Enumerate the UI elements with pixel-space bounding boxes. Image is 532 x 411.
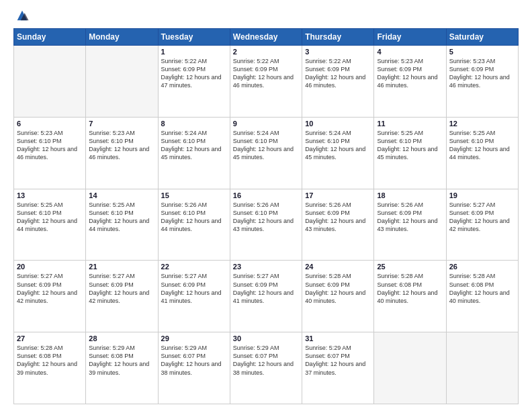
day-number: 11 <box>377 120 443 128</box>
calendar-cell: 31Sunrise: 5:29 AM Sunset: 6:07 PM Dayli… <box>302 332 374 404</box>
day-info: Sunrise: 5:27 AM Sunset: 6:09 PM Dayligh… <box>449 201 515 234</box>
weekday-header-monday: Monday <box>86 29 158 46</box>
day-info: Sunrise: 5:25 AM Sunset: 6:10 PM Dayligh… <box>449 129 515 162</box>
calendar-cell: 1Sunrise: 5:22 AM Sunset: 6:09 PM Daylig… <box>158 46 230 118</box>
day-number: 2 <box>233 48 299 56</box>
calendar-cell: 5Sunrise: 5:23 AM Sunset: 6:09 PM Daylig… <box>446 46 518 118</box>
day-number: 18 <box>377 191 443 199</box>
calendar-cell: 4Sunrise: 5:23 AM Sunset: 6:09 PM Daylig… <box>374 46 446 118</box>
logo-icon <box>15 8 30 23</box>
calendar-cell: 25Sunrise: 5:28 AM Sunset: 6:08 PM Dayli… <box>374 261 446 332</box>
day-info: Sunrise: 5:26 AM Sunset: 6:10 PM Dayligh… <box>161 201 227 234</box>
calendar-cell <box>14 46 86 118</box>
calendar-cell: 29Sunrise: 5:29 AM Sunset: 6:07 PM Dayli… <box>158 332 230 404</box>
calendar-cell: 2Sunrise: 5:22 AM Sunset: 6:09 PM Daylig… <box>230 46 302 118</box>
logo <box>13 11 30 23</box>
day-number: 20 <box>17 263 83 271</box>
day-number: 14 <box>89 191 154 199</box>
calendar-cell: 12Sunrise: 5:25 AM Sunset: 6:10 PM Dayli… <box>446 117 518 189</box>
day-number: 28 <box>89 334 154 342</box>
day-info: Sunrise: 5:29 AM Sunset: 6:07 PM Dayligh… <box>305 344 371 377</box>
calendar-week-row: 27Sunrise: 5:28 AM Sunset: 6:08 PM Dayli… <box>14 332 519 404</box>
calendar-cell: 10Sunrise: 5:24 AM Sunset: 6:10 PM Dayli… <box>302 117 374 189</box>
day-info: Sunrise: 5:26 AM Sunset: 6:09 PM Dayligh… <box>377 201 443 234</box>
calendar-cell <box>446 332 518 404</box>
calendar-cell: 22Sunrise: 5:27 AM Sunset: 6:09 PM Dayli… <box>158 261 230 332</box>
day-number: 4 <box>377 48 443 56</box>
day-info: Sunrise: 5:28 AM Sunset: 6:08 PM Dayligh… <box>377 272 443 305</box>
day-info: Sunrise: 5:25 AM Sunset: 6:10 PM Dayligh… <box>17 201 83 234</box>
day-info: Sunrise: 5:25 AM Sunset: 6:10 PM Dayligh… <box>89 201 154 234</box>
day-info: Sunrise: 5:25 AM Sunset: 6:10 PM Dayligh… <box>377 129 443 162</box>
day-info: Sunrise: 5:23 AM Sunset: 6:10 PM Dayligh… <box>17 129 83 162</box>
calendar-cell: 17Sunrise: 5:26 AM Sunset: 6:09 PM Dayli… <box>302 189 374 261</box>
day-info: Sunrise: 5:27 AM Sunset: 6:09 PM Dayligh… <box>233 272 299 305</box>
day-info: Sunrise: 5:24 AM Sunset: 6:10 PM Dayligh… <box>305 129 371 162</box>
day-number: 26 <box>449 263 515 271</box>
day-number: 21 <box>89 263 154 271</box>
day-info: Sunrise: 5:26 AM Sunset: 6:09 PM Dayligh… <box>305 201 371 234</box>
calendar-week-row: 20Sunrise: 5:27 AM Sunset: 6:09 PM Dayli… <box>14 261 519 332</box>
day-number: 1 <box>161 48 227 56</box>
calendar-cell: 19Sunrise: 5:27 AM Sunset: 6:09 PM Dayli… <box>446 189 518 261</box>
day-info: Sunrise: 5:27 AM Sunset: 6:09 PM Dayligh… <box>89 272 154 305</box>
day-number: 8 <box>161 120 227 128</box>
weekday-header-thursday: Thursday <box>302 29 374 46</box>
day-info: Sunrise: 5:23 AM Sunset: 6:09 PM Dayligh… <box>449 57 515 90</box>
calendar-cell: 8Sunrise: 5:24 AM Sunset: 6:10 PM Daylig… <box>158 117 230 189</box>
day-number: 31 <box>305 334 371 342</box>
calendar-cell: 16Sunrise: 5:26 AM Sunset: 6:10 PM Dayli… <box>230 189 302 261</box>
day-number: 6 <box>17 120 83 128</box>
day-info: Sunrise: 5:24 AM Sunset: 6:10 PM Dayligh… <box>161 129 227 162</box>
calendar-week-row: 13Sunrise: 5:25 AM Sunset: 6:10 PM Dayli… <box>14 189 519 261</box>
day-info: Sunrise: 5:22 AM Sunset: 6:09 PM Dayligh… <box>305 57 371 90</box>
calendar-cell <box>86 46 158 118</box>
day-number: 16 <box>233 191 299 199</box>
calendar-cell: 11Sunrise: 5:25 AM Sunset: 6:10 PM Dayli… <box>374 117 446 189</box>
day-info: Sunrise: 5:24 AM Sunset: 6:10 PM Dayligh… <box>233 129 299 162</box>
calendar-cell: 14Sunrise: 5:25 AM Sunset: 6:10 PM Dayli… <box>86 189 158 261</box>
calendar-cell <box>374 332 446 404</box>
day-number: 29 <box>161 334 227 342</box>
calendar-cell: 7Sunrise: 5:23 AM Sunset: 6:10 PM Daylig… <box>86 117 158 189</box>
weekday-header-friday: Friday <box>374 29 446 46</box>
calendar-week-row: 6Sunrise: 5:23 AM Sunset: 6:10 PM Daylig… <box>14 117 519 189</box>
day-info: Sunrise: 5:28 AM Sunset: 6:09 PM Dayligh… <box>305 272 371 305</box>
day-info: Sunrise: 5:23 AM Sunset: 6:09 PM Dayligh… <box>377 57 443 90</box>
day-info: Sunrise: 5:22 AM Sunset: 6:09 PM Dayligh… <box>233 57 299 90</box>
calendar-cell: 27Sunrise: 5:28 AM Sunset: 6:08 PM Dayli… <box>14 332 86 404</box>
calendar-cell: 9Sunrise: 5:24 AM Sunset: 6:10 PM Daylig… <box>230 117 302 189</box>
calendar-cell: 30Sunrise: 5:29 AM Sunset: 6:07 PM Dayli… <box>230 332 302 404</box>
day-number: 9 <box>233 120 299 128</box>
day-number: 19 <box>449 191 515 199</box>
calendar-cell: 6Sunrise: 5:23 AM Sunset: 6:10 PM Daylig… <box>14 117 86 189</box>
day-number: 25 <box>377 263 443 271</box>
calendar-cell: 26Sunrise: 5:28 AM Sunset: 6:08 PM Dayli… <box>446 261 518 332</box>
calendar-cell: 20Sunrise: 5:27 AM Sunset: 6:09 PM Dayli… <box>14 261 86 332</box>
calendar-cell: 13Sunrise: 5:25 AM Sunset: 6:10 PM Dayli… <box>14 189 86 261</box>
weekday-header-saturday: Saturday <box>446 29 518 46</box>
calendar-cell: 21Sunrise: 5:27 AM Sunset: 6:09 PM Dayli… <box>86 261 158 332</box>
calendar-cell: 23Sunrise: 5:27 AM Sunset: 6:09 PM Dayli… <box>230 261 302 332</box>
day-number: 15 <box>161 191 227 199</box>
day-number: 22 <box>161 263 227 271</box>
calendar-cell: 3Sunrise: 5:22 AM Sunset: 6:09 PM Daylig… <box>302 46 374 118</box>
day-number: 7 <box>89 120 154 128</box>
weekday-header-sunday: Sunday <box>14 29 86 46</box>
day-number: 10 <box>305 120 371 128</box>
day-info: Sunrise: 5:27 AM Sunset: 6:09 PM Dayligh… <box>17 272 83 305</box>
day-info: Sunrise: 5:27 AM Sunset: 6:09 PM Dayligh… <box>161 272 227 305</box>
day-info: Sunrise: 5:26 AM Sunset: 6:10 PM Dayligh… <box>233 201 299 234</box>
day-number: 3 <box>305 48 371 56</box>
day-info: Sunrise: 5:29 AM Sunset: 6:07 PM Dayligh… <box>161 344 227 377</box>
weekday-header-row: SundayMondayTuesdayWednesdayThursdayFrid… <box>14 29 519 46</box>
day-number: 5 <box>449 48 515 56</box>
day-info: Sunrise: 5:29 AM Sunset: 6:07 PM Dayligh… <box>233 344 299 377</box>
calendar-cell: 24Sunrise: 5:28 AM Sunset: 6:09 PM Dayli… <box>302 261 374 332</box>
day-info: Sunrise: 5:22 AM Sunset: 6:09 PM Dayligh… <box>161 57 227 90</box>
day-number: 30 <box>233 334 299 342</box>
weekday-header-tuesday: Tuesday <box>158 29 230 46</box>
calendar-week-row: 1Sunrise: 5:22 AM Sunset: 6:09 PM Daylig… <box>14 46 519 118</box>
day-info: Sunrise: 5:29 AM Sunset: 6:08 PM Dayligh… <box>89 344 154 377</box>
day-number: 17 <box>305 191 371 199</box>
